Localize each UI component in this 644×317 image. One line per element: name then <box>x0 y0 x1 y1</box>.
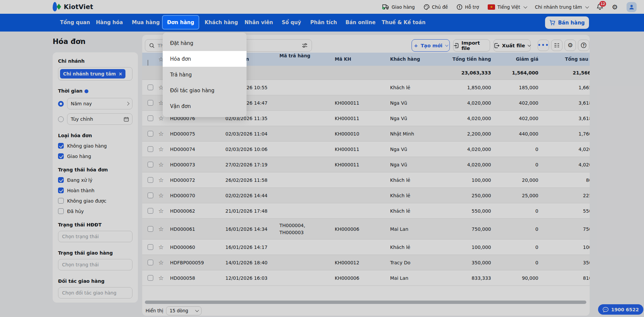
branch-chip[interactable]: Chi nhánh trung tâm × <box>60 69 125 78</box>
page-size-select[interactable]: 15 dòng <box>166 306 202 315</box>
delivery-partner-input[interactable]: Chọn đối tác giao hàng <box>58 287 132 299</box>
einvoice-status-input[interactable]: Chọn trạng thái <box>58 231 132 242</box>
star-icon[interactable]: ☆ <box>158 203 164 218</box>
row-checkbox[interactable] <box>148 193 153 198</box>
row-checkbox[interactable] <box>148 177 153 183</box>
delivery-status-input[interactable]: Chọn trạng thái <box>58 259 132 270</box>
kiotviet-logo[interactable]: KiotViet <box>53 2 93 11</box>
help-button[interactable]: ? <box>578 40 589 51</box>
invoice-row-HD000075[interactable]: ☆HD00007502/03/2026 11:04KH000010Nhật Mi… <box>142 126 590 142</box>
menu-item-0[interactable]: Đặt hàng <box>163 35 247 51</box>
nav-item-0[interactable]: Tổng quan <box>60 14 90 32</box>
settings-button[interactable]: ⚙ <box>612 4 618 10</box>
nav-item-2[interactable]: Mua hàng <box>132 14 160 32</box>
invoice-row-HD000072[interactable]: ☆HD00007226/02/2026 11:58Khách lẻ100,000… <box>142 172 590 188</box>
time-option-preset[interactable]: Năm nay <box>58 98 132 109</box>
create-new-button[interactable]: + Tạo mới <box>412 39 450 52</box>
nav-item-don-hang-active[interactable]: Đơn hàng <box>162 15 199 30</box>
select-all-checkbox[interactable] <box>148 60 148 66</box>
invoice-row-HD000074[interactable]: ☆HD00007402/03/2026 10:06KH000011Nga Vũ4… <box>142 142 590 157</box>
invoice-status-option-1[interactable]: Hoàn thành <box>58 188 132 193</box>
import-file-button[interactable]: Import file <box>453 39 490 52</box>
hotline-chat-button[interactable]: 1900 6522 <box>598 304 643 315</box>
radio-unselected-icon[interactable] <box>58 116 64 122</box>
star-icon[interactable]: ☆ <box>158 255 164 270</box>
invoice-row-HD000058[interactable]: ☆HD00005812/01/2026 16:03KH000006Mai Lan… <box>142 270 590 286</box>
invoice-row-HDFBP000059[interactable]: ☆HDFBP00005914/01/2026 18:40KH000012Trac… <box>142 255 590 270</box>
star-icon[interactable]: ☆ <box>158 270 164 285</box>
nav-item-5[interactable]: Nhân viên <box>245 14 273 32</box>
star-icon[interactable]: ☆ <box>158 172 164 188</box>
checkbox-unchecked-icon[interactable] <box>58 198 64 204</box>
notifications-button[interactable]: 12 <box>597 3 603 10</box>
star-icon[interactable]: ☆ <box>158 142 164 157</box>
row-checkbox[interactable] <box>148 131 153 137</box>
cell-total: 550,000 <box>437 203 491 218</box>
invoice-row-HD000070[interactable]: ☆HD00007002/02/2026 14:44Khách lẻ250,000… <box>142 188 590 203</box>
col-header-total[interactable]: Tổng tiền hàng <box>437 53 491 66</box>
invoice-status-option-2[interactable]: Không giao được <box>58 198 132 204</box>
row-checkbox[interactable] <box>148 260 153 265</box>
nav-item-9[interactable]: Thuế & Kế toán <box>382 14 426 32</box>
menu-item-4[interactable]: Vận đơn <box>163 98 247 114</box>
row-checkbox[interactable] <box>148 85 153 90</box>
theme-menu-item[interactable]: Chủ đề <box>424 4 448 10</box>
col-header-after-discount[interactable]: Tổng sau giảm <box>543 53 590 66</box>
row-checkbox[interactable] <box>148 208 153 214</box>
menu-item-hoa-don-active[interactable]: Hóa đơn <box>163 51 247 67</box>
delivery-menu-item[interactable]: Giao hàng <box>382 4 415 10</box>
star-icon[interactable]: ☆ <box>158 126 164 141</box>
user-avatar[interactable] <box>627 2 637 12</box>
language-selector[interactable]: ★ Tiếng Việt <box>488 4 526 10</box>
star-icon[interactable]: ☆ <box>158 188 164 203</box>
invoice-row-HD000062[interactable]: ☆HD00006221/01/2026 17:48Khách lẻ550,000… <box>142 203 590 219</box>
row-checkbox[interactable] <box>148 146 153 152</box>
branch-selector[interactable]: Chi nhánh trung tâm <box>535 4 588 10</box>
row-checkbox[interactable] <box>148 100 153 106</box>
radio-selected-icon[interactable] <box>58 101 64 107</box>
row-checkbox[interactable] <box>148 275 153 281</box>
remove-branch-icon[interactable]: × <box>118 71 122 76</box>
filter-sliders-icon[interactable] <box>302 43 308 48</box>
col-header-discount[interactable]: Giảm giá <box>496 53 538 66</box>
menu-item-2[interactable]: Trả hàng <box>163 67 247 83</box>
checkbox-checked-icon[interactable] <box>58 153 64 159</box>
menu-item-3[interactable]: Đối tác giao hàng <box>163 83 247 98</box>
support-menu-item[interactable]: ! Hỗ trợ <box>457 4 479 10</box>
checkbox-checked-icon[interactable] <box>58 143 64 149</box>
more-actions-button[interactable]: ••• <box>538 40 549 51</box>
row-checkbox[interactable] <box>148 162 153 167</box>
sell-button[interactable]: Bán hàng <box>545 16 589 29</box>
invoice-type-option-1[interactable]: Giao hàng <box>58 153 132 159</box>
nav-item-7[interactable]: Phân tích <box>310 14 337 32</box>
checkbox-unchecked-icon[interactable] <box>58 208 64 214</box>
invoice-row-HD000060[interactable]: ☆HD00006016/01/2026 14:17Khách lẻ100,000… <box>142 240 590 255</box>
invoice-type-option-0[interactable]: Không giao hàng <box>58 143 132 149</box>
time-option-custom[interactable]: Tùy chỉnh <box>58 113 132 125</box>
invoice-status-option-3[interactable]: Đã hủy <box>58 208 132 214</box>
col-header-customer-code[interactable]: Mã KH <box>335 53 378 66</box>
invoice-status-option-0[interactable]: Đang xử lý <box>58 177 132 183</box>
nav-item-8[interactable]: Bán online <box>345 14 376 32</box>
time-custom-select[interactable]: Tùy chỉnh <box>67 113 132 125</box>
row-checkbox[interactable] <box>148 244 153 250</box>
table-settings-button[interactable]: ⚙ <box>565 40 576 51</box>
star-icon[interactable]: ☆ <box>158 219 164 239</box>
row-checkbox[interactable] <box>148 115 153 121</box>
invoice-row-HD000073[interactable]: ☆HD00007327/02/2026 17:19KH000011Nga Vũ4… <box>142 157 590 172</box>
row-checkbox[interactable] <box>148 226 153 232</box>
star-icon[interactable]: ☆ <box>158 157 164 172</box>
nav-item-1[interactable]: Hàng hóa <box>96 14 123 32</box>
branch-filter-input[interactable]: Chi nhánh trung tâm × <box>58 67 132 81</box>
time-preset-select[interactable]: Năm nay <box>67 98 132 109</box>
column-layout-button[interactable] <box>551 40 562 51</box>
checkbox-checked-icon[interactable] <box>58 188 64 193</box>
col-header-return[interactable]: Mã trả hàng <box>279 53 316 66</box>
invoice-row-HD000061[interactable]: ☆HD00006116/01/2026 14:34TH000004, TH000… <box>142 219 590 240</box>
star-icon[interactable]: ☆ <box>158 240 164 255</box>
export-file-button[interactable]: Xuất file <box>493 39 531 52</box>
nav-item-6[interactable]: Sổ quỹ <box>282 14 301 32</box>
checkbox-checked-icon[interactable] <box>58 177 64 183</box>
nav-item-4[interactable]: Khách hàng <box>205 14 238 32</box>
horizontal-scrollbar[interactable] <box>145 301 586 304</box>
